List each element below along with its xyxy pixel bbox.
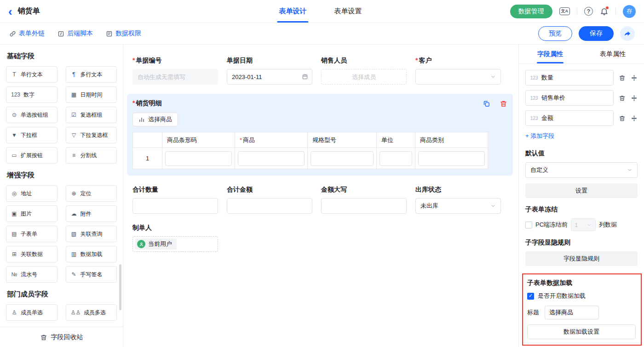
copy-icon[interactable] <box>483 100 490 108</box>
tab-field-properties[interactable]: 字段属性 <box>519 45 581 63</box>
subform-block[interactable]: *销货明细 选择商品 商品条形码 *商品 规格型号 <box>127 94 513 176</box>
translate-icon[interactable]: 文A <box>559 7 570 15</box>
tab-form-design[interactable]: 表单设计 <box>279 0 306 23</box>
field-type-button[interactable]: ▦ 日期时间 <box>66 86 117 103</box>
default-value-selected: 自定义 <box>530 166 548 174</box>
preview-button[interactable]: 预览 <box>538 26 572 41</box>
field-amount-in-words[interactable]: 金额大写 <box>321 186 407 214</box>
back-icon[interactable]: ‹ <box>8 6 12 17</box>
field-type-button[interactable]: ⊙ 单选按钮组 <box>6 107 58 123</box>
field-doc-date[interactable]: 单据日期 <box>227 57 312 85</box>
field-type-button[interactable]: T 单行文本 <box>6 66 58 83</box>
form-external-link[interactable]: 表单外链 <box>9 29 45 38</box>
bell-icon[interactable] <box>600 7 609 16</box>
address-icon: ◎ <box>11 190 17 197</box>
total-qty-input[interactable] <box>132 198 218 214</box>
add-field-button[interactable]: + 添加字段 <box>525 132 554 140</box>
chevron-down-icon <box>627 167 632 173</box>
backend-script-link[interactable]: 后端脚本 <box>58 29 93 38</box>
category-input[interactable] <box>418 151 485 166</box>
default-value-select[interactable]: 自定义 <box>525 162 638 178</box>
tab-form-settings[interactable]: 表单设置 <box>334 0 362 23</box>
tab-form-properties[interactable]: 表单属性 <box>581 45 644 63</box>
field-type-button[interactable]: ⊕ 定位 <box>66 185 117 202</box>
spec-input[interactable] <box>310 151 374 166</box>
creator-input[interactable]: 当前用户 <box>132 236 218 252</box>
total-amount-input[interactable] <box>227 198 312 214</box>
subfield-item[interactable]: 123 数量 <box>525 70 614 85</box>
subform-actions <box>483 100 507 108</box>
outbound-status-select[interactable]: 未出库 <box>415 198 501 214</box>
field-type-button[interactable]: ☁ 附件 <box>66 205 117 222</box>
field-type-button[interactable]: ▭ 扩展按钮 <box>6 147 58 164</box>
default-value-settings-button[interactable]: 设置 <box>525 183 638 198</box>
save-button[interactable]: 保存 <box>579 26 614 41</box>
field-type-button[interactable]: ☑ 复选框组 <box>66 107 117 123</box>
field-type-button[interactable]: ▣ 图片 <box>6 205 58 222</box>
current-user-tag[interactable]: 当前用户 <box>135 239 177 250</box>
field-recycle-bin[interactable]: 字段回收站 <box>0 327 123 347</box>
field-type-button[interactable]: ▧ 关联查询 <box>66 226 117 242</box>
data-permission-link[interactable]: 数据权限 <box>106 29 141 38</box>
user-avatar[interactable]: 存 <box>623 5 636 18</box>
doc-date-input[interactable] <box>227 69 312 85</box>
field-type-button[interactable]: ♙♙ 成员多选 <box>66 304 117 321</box>
amount-in-words-input[interactable] <box>321 198 407 214</box>
field-creator[interactable]: 制单人 当前用户 <box>132 224 509 252</box>
field-type-button[interactable]: ✎ 手写签名 <box>66 266 117 283</box>
field-customer[interactable]: *客户 <box>415 57 501 85</box>
delete-subform-icon[interactable] <box>500 100 507 108</box>
field-salesperson[interactable]: 销售人员 <box>321 57 407 85</box>
field-type-button[interactable]: ▥ 数据加载 <box>66 246 117 262</box>
delete-subfield-icon[interactable] <box>619 95 626 102</box>
freeze-columns-select[interactable]: 1 <box>571 218 596 231</box>
drag-move-icon[interactable] <box>631 115 638 122</box>
field-type-button[interactable]: ⊞ 关联数据 <box>6 246 58 262</box>
field-label-text: 金额大写 <box>321 186 347 194</box>
calendar-icon[interactable] <box>302 74 308 80</box>
product-cell <box>235 148 308 169</box>
doc-no-input[interactable] <box>132 69 218 85</box>
field-total-amount[interactable]: 合计金额 <box>227 186 312 214</box>
freeze-checkbox[interactable] <box>525 222 532 228</box>
field-type-button[interactable]: ¶ 多行文本 <box>66 66 117 83</box>
field-outbound-status[interactable]: 出库状态 未出库 <box>415 186 501 214</box>
field-type-button[interactable]: ▼ 下拉框 <box>6 127 58 143</box>
field-type-button[interactable]: ≡ 分割线 <box>66 147 117 164</box>
subfield-item[interactable]: 123 金额 <box>525 110 614 126</box>
data-load-title-input[interactable] <box>545 306 599 319</box>
visibility-rules-button[interactable]: 字段显隐规则 <box>525 251 638 266</box>
secondary-toolbar: 表单外链 后端脚本 数据权限 预览 保存 <box>0 23 644 45</box>
drag-move-icon[interactable] <box>631 74 638 81</box>
drag-move-icon[interactable] <box>631 95 638 102</box>
field-type-label: 子表单 <box>21 230 37 238</box>
freeze-columns-value: 1 <box>575 222 578 228</box>
subfield-item[interactable]: 123 销售单价 <box>525 90 614 106</box>
field-type-button[interactable]: ♙ 成员单选 <box>6 304 58 321</box>
field-type-button[interactable]: ▤ 子表单 <box>6 226 58 242</box>
field-type-button[interactable]: ◎ 地址 <box>6 185 58 202</box>
field-type-label: 手写签名 <box>80 271 103 279</box>
delete-subfield-icon[interactable] <box>619 74 626 81</box>
share-button[interactable] <box>620 26 635 41</box>
customer-select[interactable] <box>415 69 501 85</box>
help-icon[interactable]: ? <box>584 7 593 16</box>
field-type-button[interactable]: № 流水号 <box>6 266 58 283</box>
unit-input[interactable] <box>380 151 412 166</box>
select-product-button[interactable]: 选择商品 <box>132 113 178 126</box>
data-load-settings-button[interactable]: 数据加载设置 <box>527 324 636 339</box>
field-type-button[interactable]: ▽ 下拉复选框 <box>66 127 117 143</box>
field-total-qty[interactable]: 合计数量 <box>132 186 218 214</box>
delete-subfield-icon[interactable] <box>619 115 626 122</box>
barcode-input[interactable] <box>165 151 232 166</box>
field-type-label: 单选按钮组 <box>21 111 48 119</box>
data-manage-button[interactable]: 数据管理 <box>510 5 552 18</box>
product-input[interactable] <box>238 151 305 166</box>
salesperson-input[interactable] <box>321 69 407 85</box>
basic-fields-grid: T 单行文本 ¶ 多行文本 123 数字 ▦ 日期时间 <box>6 66 117 164</box>
sidebar-scrollbar[interactable] <box>119 264 121 310</box>
field-doc-no[interactable]: *单据编号 <box>132 57 218 85</box>
data-load-checkbox[interactable] <box>527 293 534 300</box>
attachment-icon: ☁ <box>71 210 77 217</box>
field-type-button[interactable]: 123 数字 <box>6 86 58 103</box>
